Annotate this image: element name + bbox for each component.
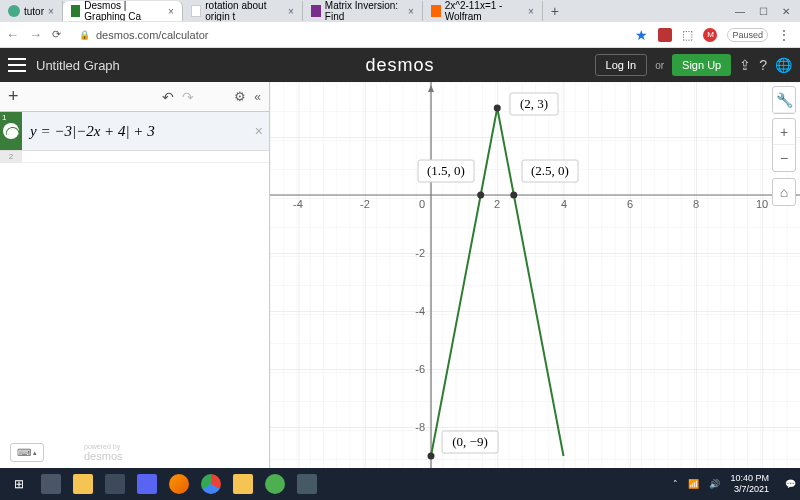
windows-taskbar: ⊞ ˄ 📶 🔊 10:40 PM 3/7/2021 💬 (0, 468, 800, 500)
keyboard-button[interactable]: ⌨ ▴ (10, 443, 44, 462)
close-icon[interactable]: × (408, 6, 414, 17)
taskbar-app-icon[interactable] (260, 471, 290, 497)
zoom-out-button[interactable]: − (773, 145, 795, 171)
expression-panel: + ↶ ↷ ⚙ « 1 y = −3|−2x + 4| + 3 × 2 ⌨ ▴ … (0, 82, 270, 468)
svg-text:-6: -6 (415, 363, 425, 375)
extension-icon[interactable] (658, 28, 672, 42)
clock[interactable]: 10:40 PM 3/7/2021 (730, 473, 775, 495)
svg-rect-1 (270, 82, 800, 468)
svg-text:(2, 3): (2, 3) (520, 96, 548, 111)
firefox-icon[interactable] (164, 471, 194, 497)
svg-point-18 (494, 105, 501, 112)
graph-title[interactable]: Untitled Graph (36, 58, 120, 73)
close-window-icon[interactable]: ✕ (782, 6, 790, 17)
plot-color-icon[interactable] (3, 123, 19, 139)
svg-point-21 (428, 453, 435, 460)
taskbar-app-icon[interactable] (100, 471, 130, 497)
taskbar-app-icon[interactable] (132, 471, 162, 497)
svg-text:8: 8 (693, 198, 699, 210)
wrench-icon[interactable]: 🔧 (773, 87, 795, 113)
svg-text:-4: -4 (415, 305, 425, 317)
delete-expression-icon[interactable]: × (255, 123, 269, 139)
taskbar-app-icon[interactable] (228, 471, 258, 497)
graph-settings-group: 🔧 (772, 86, 796, 114)
settings-icon[interactable]: ⚙ (234, 89, 246, 104)
tab-title: Desmos | Graphing Ca (84, 1, 164, 21)
close-icon[interactable]: × (528, 6, 534, 17)
url-text: desmos.com/calculator (96, 29, 209, 41)
forward-button[interactable]: → (29, 27, 42, 42)
minimize-icon[interactable]: — (735, 6, 745, 17)
svg-point-19 (477, 192, 484, 199)
redo-button[interactable]: ↷ (182, 89, 194, 105)
browser-tab-active[interactable]: Desmos | Graphing Ca× (63, 1, 183, 21)
reload-button[interactable]: ⟳ (52, 28, 61, 41)
network-icon[interactable]: 📶 (688, 479, 699, 489)
undo-button[interactable]: ↶ (162, 89, 174, 105)
svg-text:-2: -2 (415, 247, 425, 259)
svg-text:2: 2 (494, 198, 500, 210)
help-icon[interactable]: ? (759, 57, 767, 73)
taskbar-app-icon[interactable] (292, 471, 322, 497)
profile-avatar[interactable]: M (703, 28, 717, 42)
expression-index[interactable]: 1 (0, 112, 22, 150)
task-view-icon[interactable] (36, 471, 66, 497)
maximize-icon[interactable]: ☐ (759, 6, 768, 17)
graph-canvas[interactable]: minor -4 -2 0 2 4 (270, 82, 800, 468)
expression-input[interactable]: y = −3|−2x + 4| + 3 (22, 117, 255, 146)
tab-title: rotation about origin t (205, 1, 284, 21)
expression-row[interactable]: 1 y = −3|−2x + 4| + 3 × (0, 112, 269, 151)
expression-toolbar: + ↶ ↷ ⚙ « (0, 82, 269, 112)
svg-text:-8: -8 (415, 421, 425, 433)
svg-text:(1.5, 0): (1.5, 0) (427, 163, 465, 178)
menu-icon[interactable] (8, 58, 26, 72)
add-expression-button[interactable]: + (8, 86, 19, 107)
svg-text:0: 0 (419, 198, 425, 210)
file-explorer-icon[interactable] (68, 471, 98, 497)
login-button[interactable]: Log In (595, 54, 648, 76)
desmos-logo: desmos (365, 55, 434, 76)
bookmark-icon[interactable]: ★ (635, 27, 648, 43)
chrome-icon[interactable] (196, 471, 226, 497)
new-tab-button[interactable]: + (543, 3, 567, 19)
start-button[interactable]: ⊞ (4, 471, 34, 497)
address-bar[interactable]: 🔒 desmos.com/calculator (71, 29, 625, 41)
app-header: Untitled Graph desmos Log In or Sign Up … (0, 48, 800, 82)
expression-row-empty[interactable]: 2 (0, 151, 269, 163)
profile-paused-label: Paused (727, 28, 768, 42)
close-icon[interactable]: × (168, 6, 174, 17)
browser-tab[interactable]: rotation about origin t× (183, 1, 303, 21)
home-button[interactable]: ⌂ (773, 179, 795, 205)
signup-button[interactable]: Sign Up (672, 54, 731, 76)
tray-up-icon[interactable]: ˄ (673, 479, 678, 489)
extensions-menu-icon[interactable]: ⬚ (682, 28, 693, 42)
browser-tab[interactable]: 2x^2-11x=1 - Wolfram× (423, 1, 543, 21)
svg-text:4: 4 (561, 198, 567, 210)
svg-text:-2: -2 (360, 198, 370, 210)
svg-text:(0, −9): (0, −9) (452, 434, 488, 449)
collapse-panel-icon[interactable]: « (254, 90, 261, 104)
back-button[interactable]: ← (6, 27, 19, 42)
volume-icon[interactable]: 🔊 (709, 479, 720, 489)
svg-point-20 (510, 192, 517, 199)
zoom-group: + − (772, 118, 796, 172)
expression-index: 2 (0, 151, 22, 163)
browser-menu-icon[interactable]: ⋮ (778, 28, 790, 42)
share-icon[interactable]: ⇪ (739, 57, 751, 73)
or-text: or (655, 60, 664, 71)
svg-text:(2.5, 0): (2.5, 0) (531, 163, 569, 178)
browser-tab-strip: tutor× Desmos | Graphing Ca× rotation ab… (0, 0, 800, 22)
browser-nav-bar: ← → ⟳ 🔒 desmos.com/calculator ★ ⬚ M Paus… (0, 22, 800, 48)
svg-text:10: 10 (756, 198, 768, 210)
browser-tab[interactable]: Matrix Inversion: Find× (303, 1, 423, 21)
language-icon[interactable]: 🌐 (775, 57, 792, 73)
close-icon[interactable]: × (48, 6, 54, 17)
zoom-in-button[interactable]: + (773, 119, 795, 145)
close-icon[interactable]: × (288, 6, 294, 17)
powered-by-label: powered by desmos (84, 443, 123, 462)
tab-title: Matrix Inversion: Find (325, 1, 404, 21)
lock-icon: 🔒 (79, 30, 90, 40)
browser-tab[interactable]: tutor× (0, 1, 63, 21)
notifications-icon[interactable]: 💬 (785, 479, 796, 489)
home-group: ⌂ (772, 178, 796, 206)
